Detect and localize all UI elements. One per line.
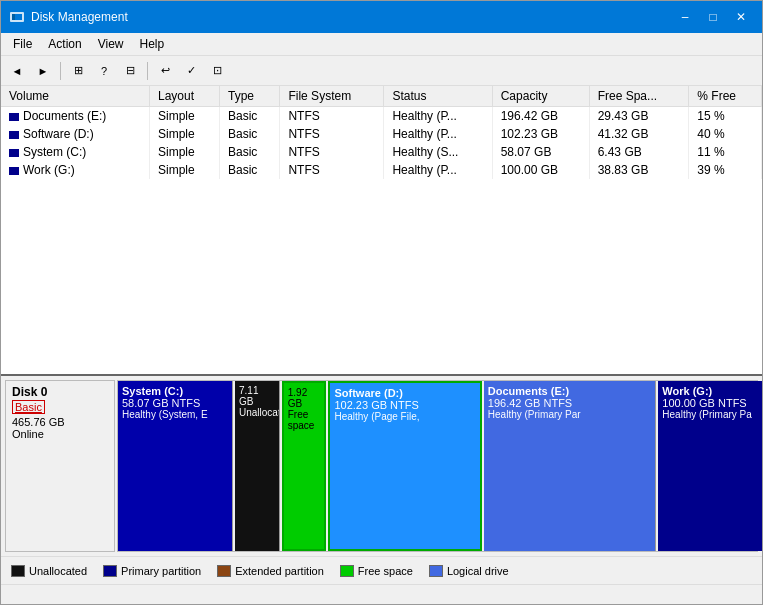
toolbar-help[interactable]: ? bbox=[92, 60, 116, 82]
table-row[interactable]: System (C:) Simple Basic NTFS Healthy (S… bbox=[1, 143, 762, 161]
legend-item: Free space bbox=[340, 565, 413, 577]
col-free: Free Spa... bbox=[589, 86, 689, 107]
cell-free: 29.43 GB bbox=[589, 107, 689, 126]
col-volume: Volume bbox=[1, 86, 150, 107]
part-size: 7.11 GB bbox=[239, 385, 275, 407]
legend-item: Unallocated bbox=[11, 565, 87, 577]
cell-volume: Documents (E:) bbox=[1, 107, 150, 126]
volume-table-section: Volume Layout Type File System Status Ca… bbox=[1, 86, 762, 376]
partition-free-space[interactable]: 1.92 GBFree space bbox=[282, 381, 327, 551]
legend-item: Primary partition bbox=[103, 565, 201, 577]
part-size: 58.07 GB NTFS bbox=[122, 397, 228, 409]
menu-view[interactable]: View bbox=[90, 35, 132, 53]
cell-pct: 39 % bbox=[689, 161, 762, 179]
partition-software-d[interactable]: Software (D:)102.23 GB NTFSHealthy (Page… bbox=[328, 381, 481, 551]
part-info: Healthy (System, E bbox=[122, 409, 228, 420]
toolbar-forward[interactable]: ► bbox=[31, 60, 55, 82]
part-name: Software (D:) bbox=[334, 387, 475, 399]
table-header-row: Volume Layout Type File System Status Ca… bbox=[1, 86, 762, 107]
part-size: 100.00 GB NTFS bbox=[662, 397, 762, 409]
part-name: Work (G:) bbox=[662, 385, 762, 397]
col-status: Status bbox=[384, 86, 492, 107]
disk-size: 465.76 GB bbox=[12, 416, 108, 428]
cell-pct: 40 % bbox=[689, 125, 762, 143]
part-name: System (C:) bbox=[122, 385, 228, 397]
cell-volume: System (C:) bbox=[1, 143, 150, 161]
legend-label: Unallocated bbox=[29, 565, 87, 577]
part-name: Documents (E:) bbox=[488, 385, 652, 397]
cell-layout: Simple bbox=[150, 143, 220, 161]
col-pct: % Free bbox=[689, 86, 762, 107]
close-button[interactable]: ✕ bbox=[728, 7, 754, 27]
legend-color-box bbox=[103, 565, 117, 577]
cell-pct: 11 % bbox=[689, 143, 762, 161]
disk-partitions: System (C:)58.07 GB NTFSHealthy (System,… bbox=[117, 380, 758, 552]
table-row[interactable]: Software (D:) Simple Basic NTFS Healthy … bbox=[1, 125, 762, 143]
status-bar bbox=[1, 584, 762, 604]
cell-status: Healthy (S... bbox=[384, 143, 492, 161]
cell-capacity: 102.23 GB bbox=[492, 125, 589, 143]
maximize-button[interactable]: □ bbox=[700, 7, 726, 27]
toolbar-back[interactable]: ◄ bbox=[5, 60, 29, 82]
cell-type: Basic bbox=[220, 125, 280, 143]
part-info: Healthy (Page File, bbox=[334, 411, 475, 422]
legend-item: Logical drive bbox=[429, 565, 509, 577]
col-type: Type bbox=[220, 86, 280, 107]
title-bar: Disk Management – □ ✕ bbox=[1, 1, 762, 33]
legend-color-box bbox=[217, 565, 231, 577]
partition-work-g[interactable]: Work (G:)100.00 GB NTFSHealthy (Primary … bbox=[658, 381, 762, 551]
menu-bar: File Action View Help bbox=[1, 33, 762, 56]
svg-rect-2 bbox=[12, 14, 15, 20]
legend-bar: UnallocatedPrimary partitionExtended par… bbox=[1, 556, 762, 584]
cell-capacity: 196.42 GB bbox=[492, 107, 589, 126]
partition-system-c[interactable]: System (C:)58.07 GB NTFSHealthy (System,… bbox=[118, 381, 233, 551]
legend-label: Logical drive bbox=[447, 565, 509, 577]
cell-capacity: 100.00 GB bbox=[492, 161, 589, 179]
disk-type: Basic bbox=[12, 400, 45, 414]
cell-fs: NTFS bbox=[280, 161, 384, 179]
cell-pct: 15 % bbox=[689, 107, 762, 126]
disk-name: Disk 0 bbox=[12, 385, 108, 399]
cell-status: Healthy (P... bbox=[384, 125, 492, 143]
window-title: Disk Management bbox=[31, 10, 672, 24]
toolbar-grid2[interactable]: ⊡ bbox=[205, 60, 229, 82]
window-controls: – □ ✕ bbox=[672, 7, 754, 27]
cell-layout: Simple bbox=[150, 161, 220, 179]
cell-free: 6.43 GB bbox=[589, 143, 689, 161]
toolbar-grid[interactable]: ⊞ bbox=[66, 60, 90, 82]
minimize-button[interactable]: – bbox=[672, 7, 698, 27]
legend-item: Extended partition bbox=[217, 565, 324, 577]
toolbar-separator-2 bbox=[147, 62, 148, 80]
disk-section: Disk 0 Basic 465.76 GB Online System (C:… bbox=[1, 376, 762, 556]
part-info: Free space bbox=[288, 409, 321, 431]
cell-status: Healthy (P... bbox=[384, 107, 492, 126]
part-size: 196.42 GB NTFS bbox=[488, 397, 652, 409]
cell-fs: NTFS bbox=[280, 143, 384, 161]
menu-action[interactable]: Action bbox=[40, 35, 89, 53]
cell-fs: NTFS bbox=[280, 125, 384, 143]
cell-capacity: 58.07 GB bbox=[492, 143, 589, 161]
disk-label: Disk 0 Basic 465.76 GB Online bbox=[5, 380, 115, 552]
toolbar-minus[interactable]: ⊟ bbox=[118, 60, 142, 82]
table-row[interactable]: Documents (E:) Simple Basic NTFS Healthy… bbox=[1, 107, 762, 126]
cell-status: Healthy (P... bbox=[384, 161, 492, 179]
table-row[interactable]: Work (G:) Simple Basic NTFS Healthy (P..… bbox=[1, 161, 762, 179]
toolbar-check[interactable]: ✓ bbox=[179, 60, 203, 82]
col-filesystem: File System bbox=[280, 86, 384, 107]
menu-help[interactable]: Help bbox=[132, 35, 173, 53]
toolbar-separator-1 bbox=[60, 62, 61, 80]
cell-type: Basic bbox=[220, 143, 280, 161]
app-icon bbox=[9, 9, 25, 25]
cell-free: 41.32 GB bbox=[589, 125, 689, 143]
volume-table: Volume Layout Type File System Status Ca… bbox=[1, 86, 762, 179]
menu-file[interactable]: File bbox=[5, 35, 40, 53]
legend-color-box bbox=[340, 565, 354, 577]
partition-unallocated[interactable]: 7.11 GBUnallocated bbox=[235, 381, 280, 551]
part-size: 1.92 GB bbox=[288, 387, 321, 409]
part-info: Unallocated bbox=[239, 407, 275, 418]
partition-documents-e[interactable]: Documents (E:)196.42 GB NTFSHealthy (Pri… bbox=[484, 381, 657, 551]
legend-label: Extended partition bbox=[235, 565, 324, 577]
toolbar-undo[interactable]: ↩ bbox=[153, 60, 177, 82]
disk-status: Online bbox=[12, 428, 108, 440]
cell-volume: Software (D:) bbox=[1, 125, 150, 143]
